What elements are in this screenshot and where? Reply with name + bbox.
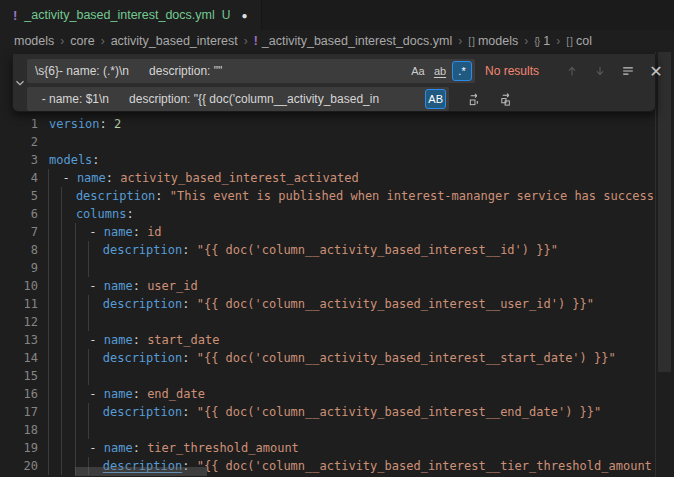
git-untracked-badge: U xyxy=(222,8,231,22)
line-number[interactable]: 3 xyxy=(0,151,38,169)
indent-guide xyxy=(48,403,62,421)
toggle-replace-button[interactable] xyxy=(13,54,27,111)
replace-value-text: - name: $1\n description: "{{ doc('colum… xyxy=(35,92,423,106)
code-text[interactable]: - name: activity_based_interest_activate… xyxy=(49,169,359,187)
close-find-widget-button[interactable]: ✕ xyxy=(645,60,667,82)
indent-guide xyxy=(88,349,102,367)
breadcrumb-item-models[interactable]: models xyxy=(14,34,54,48)
code-text[interactable]: - name: tier_threshold_amount xyxy=(49,439,299,457)
code-text[interactable] xyxy=(49,313,103,331)
code-line[interactable]: 15 xyxy=(0,367,655,385)
replace-all-icon xyxy=(499,92,514,107)
code-text[interactable]: description: "{{ doc('column__activity_b… xyxy=(49,349,616,367)
line-number[interactable]: 7 xyxy=(0,223,38,241)
line-number[interactable]: 1 xyxy=(0,115,38,133)
code-line[interactable]: 16- name: end_date xyxy=(0,385,655,403)
line-number[interactable]: 18 xyxy=(0,421,38,439)
code-text[interactable]: version: 2 xyxy=(49,115,121,133)
code-line[interactable]: 8description: "{{ doc('column__activity_… xyxy=(0,241,655,259)
replace-input[interactable]: - name: $1\n description: "{{ doc('colum… xyxy=(27,87,449,111)
code-line[interactable]: 17description: "{{ doc('column__activity… xyxy=(0,403,655,421)
indent-guide xyxy=(61,331,75,349)
breadcrumb-symbol-columns[interactable]: [ ] col xyxy=(566,34,592,48)
code-text[interactable] xyxy=(49,259,103,277)
line-number[interactable]: 10 xyxy=(0,277,38,295)
line-number[interactable]: 20 xyxy=(0,457,38,475)
editor-tab[interactable]: ! _activity_based_interest_docs.yml U ● xyxy=(0,0,262,30)
breadcrumb-item-folder[interactable]: activity_based_interest xyxy=(111,34,238,48)
code-text[interactable]: description: "{{ doc('column__activity_b… xyxy=(49,295,594,313)
code-text[interactable]: columns: xyxy=(49,205,134,223)
code-line[interactable]: 14description: "{{ doc('column__activity… xyxy=(0,349,655,367)
line-number[interactable]: 12 xyxy=(0,313,38,331)
replace-all-button[interactable] xyxy=(495,88,517,110)
indent-guide xyxy=(61,349,75,367)
code-text[interactable]: description: "{{ doc('column__activity_b… xyxy=(49,403,601,421)
code-line[interactable]: 18 xyxy=(0,421,655,439)
breadcrumb-item-core[interactable]: core xyxy=(70,34,94,48)
indent-guide xyxy=(75,331,89,349)
indent-guide xyxy=(88,259,102,277)
indent-guide xyxy=(75,349,89,367)
code-area[interactable]: 1version: 223models:4- name: activity_ba… xyxy=(0,52,655,477)
indent-guide xyxy=(48,421,62,439)
next-match-button[interactable] xyxy=(589,60,611,82)
replace-one-button[interactable] xyxy=(463,88,485,110)
code-line[interactable]: 5description: "This event is published w… xyxy=(0,187,655,205)
line-number[interactable]: 19 xyxy=(0,439,38,457)
find-in-selection-icon xyxy=(621,64,635,78)
line-number[interactable]: 5 xyxy=(0,187,38,205)
arrow-up-icon xyxy=(565,64,579,78)
indent-guide xyxy=(48,277,62,295)
code-line[interactable]: 4- name: activity_based_interest_activat… xyxy=(0,169,655,187)
breadcrumb-symbol-models[interactable]: [ ] models xyxy=(468,34,518,48)
code-line[interactable]: 10- name: user_id xyxy=(0,277,655,295)
line-number[interactable]: 2 xyxy=(0,133,38,151)
code-text[interactable]: - name: end_date xyxy=(49,385,205,403)
code-line[interactable]: 11description: "{{ doc('column__activity… xyxy=(0,295,655,313)
breadcrumb-item-file[interactable]: ! _activity_based_interest_docs.yml xyxy=(254,34,452,48)
line-number[interactable]: 15 xyxy=(0,367,38,385)
code-line[interactable]: 12 xyxy=(0,313,655,331)
vertical-scrollbar-track[interactable] xyxy=(655,52,674,477)
code-line[interactable]: 19- name: tier_threshold_amount xyxy=(0,439,655,457)
line-number[interactable]: 8 xyxy=(0,241,38,259)
code-text[interactable]: - name: start_date xyxy=(49,331,219,349)
code-text[interactable]: description: "{{ doc('column__activity_b… xyxy=(49,241,558,259)
code-line[interactable]: 7- name: id xyxy=(0,223,655,241)
breadcrumb-symbol-1[interactable]: {} 1 xyxy=(534,34,550,48)
line-number[interactable]: 11 xyxy=(0,295,38,313)
line-number[interactable]: 6 xyxy=(0,205,38,223)
line-number[interactable]: 17 xyxy=(0,403,38,421)
code-text[interactable] xyxy=(49,421,103,439)
line-number[interactable]: 9 xyxy=(0,259,38,277)
regex-toggle[interactable]: .* xyxy=(452,61,472,81)
line-number[interactable]: 14 xyxy=(0,349,38,367)
code-line[interactable]: 3models: xyxy=(0,151,655,169)
line-number[interactable]: 16 xyxy=(0,385,38,403)
code-text[interactable] xyxy=(49,367,103,385)
find-in-selection-button[interactable] xyxy=(617,60,639,82)
code-text[interactable]: - name: id xyxy=(49,223,162,241)
modified-dot-icon[interactable]: ● xyxy=(241,10,247,21)
indent-guide xyxy=(75,259,89,277)
preserve-case-toggle[interactable]: AB xyxy=(425,89,446,109)
find-results-status: No results xyxy=(485,64,561,78)
line-number[interactable]: 13 xyxy=(0,331,38,349)
code-text[interactable]: description: "This event is published wh… xyxy=(49,187,654,205)
code-line[interactable]: 2 xyxy=(0,133,655,151)
code-line[interactable]: 13- name: start_date xyxy=(0,331,655,349)
code-line[interactable]: 1version: 2 xyxy=(0,115,655,133)
line-number[interactable]: 4 xyxy=(0,169,38,187)
find-input[interactable]: \s{6}- name: (.*)\n description: "" Aa a… xyxy=(27,59,475,83)
horizontal-scrollbar-thumb[interactable] xyxy=(75,467,207,476)
indent-guide xyxy=(75,295,89,313)
code-text[interactable]: - name: user_id xyxy=(49,277,198,295)
code-text[interactable]: models: xyxy=(49,151,100,169)
match-case-toggle[interactable]: Aa xyxy=(408,61,428,81)
code-line[interactable]: 9 xyxy=(0,259,655,277)
indent-guide xyxy=(48,241,62,259)
previous-match-button[interactable] xyxy=(561,60,583,82)
code-line[interactable]: 6columns: xyxy=(0,205,655,223)
whole-word-toggle[interactable]: ab xyxy=(430,61,450,81)
